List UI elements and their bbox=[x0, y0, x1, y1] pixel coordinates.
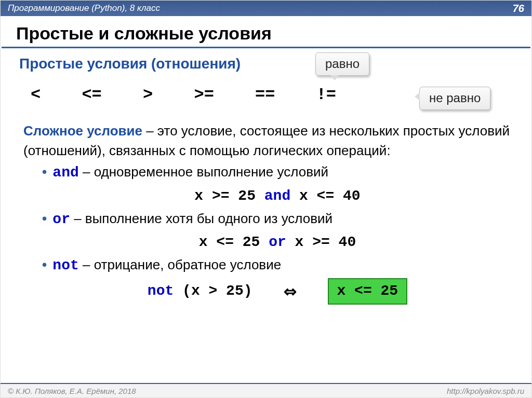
subheading-simple: Простые условия (отношения) bbox=[19, 53, 241, 75]
or-code-example: x <= 25 or x >= 40 bbox=[42, 232, 513, 253]
slide: Программирование (Python), 8 класс 76 Пр… bbox=[0, 0, 532, 398]
not-code-kw: not bbox=[148, 283, 174, 299]
not-code-example: not (x > 25) bbox=[148, 281, 252, 302]
complex-definition: Сложное условие – это условие, состоящее… bbox=[23, 121, 513, 160]
header-bar: Программирование (Python), 8 класс 76 bbox=[1, 1, 531, 16]
footer-bar: © К.Ю. Поляков, Е.А. Ерёмин, 2018 http:/… bbox=[1, 383, 531, 397]
and-desc: – одновременное выполнение условий bbox=[79, 164, 328, 180]
or-code-pre: x <= 25 bbox=[199, 234, 269, 250]
not-code-row: not (x > 25) ⇔ x <= 25 bbox=[42, 278, 513, 305]
bullet-dot-icon: • bbox=[42, 211, 47, 226]
bullet-not: • not – отрицание, обратное условие not … bbox=[42, 255, 513, 305]
header-left: Программирование (Python), 8 класс bbox=[8, 3, 160, 13]
kw-not: not bbox=[52, 257, 78, 273]
or-desc: – выполнение хотя бы одного из условий bbox=[70, 211, 332, 226]
slide-title: Простые и сложные условия bbox=[1, 16, 531, 47]
bullet-or: • or – выполнение хотя бы одного из усло… bbox=[42, 209, 513, 253]
kw-and: and bbox=[52, 164, 78, 181]
and-code-post: x <= 40 bbox=[290, 188, 360, 204]
or-code-kw: or bbox=[269, 234, 286, 250]
simple-conditions-block: Простые условия (отношения) равно не рав… bbox=[19, 53, 513, 107]
and-code-example: x >= 25 and x <= 40 bbox=[42, 186, 513, 207]
callout-not-equal: не равно bbox=[419, 87, 490, 110]
content-area: Простые условия (отношения) равно не рав… bbox=[1, 53, 531, 305]
and-code-pre: x >= 25 bbox=[194, 188, 264, 204]
page-number: 76 bbox=[513, 3, 524, 15]
bullet-dot-icon: • bbox=[42, 164, 47, 180]
equiv-icon: ⇔ bbox=[284, 280, 297, 303]
not-desc: – отрицание, обратное условие bbox=[79, 257, 281, 272]
footer-url: http://kpolyakov.spb.ru bbox=[447, 387, 524, 395]
not-code-post: (x > 25) bbox=[174, 283, 252, 299]
logic-ops-list: • and – одновременное выполнение условий… bbox=[42, 162, 513, 305]
complex-lead-bold: Сложное условие bbox=[23, 123, 142, 139]
footer-copyright: © К.Ю. Поляков, Е.А. Ерёмин, 2018 bbox=[8, 387, 136, 395]
bullet-dot-icon: • bbox=[42, 257, 47, 272]
callout-equal: равно bbox=[315, 52, 369, 76]
kw-or: or bbox=[52, 211, 70, 227]
title-underline bbox=[2, 47, 530, 48]
and-code-kw: and bbox=[264, 188, 290, 204]
equivalent-box: x <= 25 bbox=[328, 278, 408, 305]
bullet-and: • and – одновременное выполнение условий… bbox=[42, 162, 513, 207]
or-code-post: x >= 40 bbox=[286, 234, 356, 250]
